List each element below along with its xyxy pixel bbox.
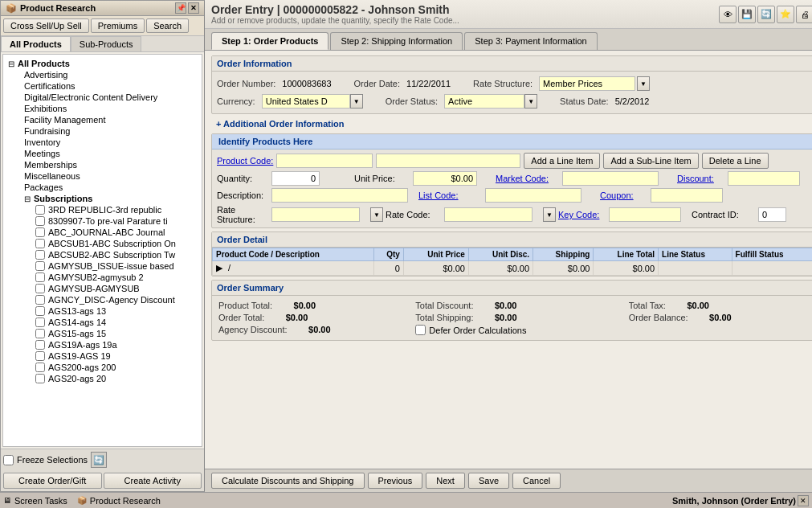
sub-checkbox-13[interactable]: [35, 351, 45, 361]
product-code-link[interactable]: Product Code:: [217, 156, 273, 166]
sub-item-13[interactable]: AGS19-AGS 19: [35, 350, 198, 362]
sub-item-7[interactable]: AGMYSUB-AGMYSUB: [35, 283, 198, 294]
sub-item-3[interactable]: ABCSUB1-ABC Subscription On: [35, 238, 198, 249]
contract-id-input[interactable]: [758, 207, 786, 222]
sub-item-1[interactable]: 8309907-To pre-val Parature ti: [35, 215, 198, 227]
tab-sub-products[interactable]: Sub-Products: [71, 36, 142, 51]
market-code-link[interactable]: Market Code:: [496, 174, 560, 183]
sub-item-14[interactable]: AGS200-ags 200: [35, 362, 198, 373]
tree-item-packages[interactable]: Packages: [22, 182, 198, 193]
sub-checkbox-10[interactable]: [35, 318, 45, 327]
tree-item-miscellaneous[interactable]: Miscellaneous: [22, 170, 198, 182]
sub-item-12[interactable]: AGS19A-ags 19a: [35, 339, 198, 350]
rate-code-dropdown[interactable]: ▼: [543, 207, 556, 222]
sub-item-4[interactable]: ABCSUB2-ABC Subscription Tw: [35, 249, 198, 260]
sub-checkbox-9[interactable]: [35, 306, 45, 316]
add-sub-line-item-button[interactable]: Add a Sub-Line Item: [603, 153, 698, 169]
list-code-link[interactable]: List Code:: [418, 190, 483, 200]
sub-item-8[interactable]: AGNCY_DISC-Agency Discount: [35, 294, 198, 305]
sub-checkbox-2[interactable]: [35, 227, 45, 237]
sub-item-5[interactable]: AGMYSUB_ISSUE-issue based: [35, 260, 198, 272]
status-close-icon[interactable]: ✕: [798, 495, 809, 506]
sub-checkbox-15[interactable]: [35, 374, 45, 383]
tree-root[interactable]: ⊟ All Products: [6, 58, 198, 69]
sub-checkbox-6[interactable]: [35, 272, 45, 282]
sub-item-15[interactable]: AGS20-ags 20: [35, 373, 198, 384]
sub-checkbox-7[interactable]: [35, 284, 45, 293]
discount-link[interactable]: Discount:: [677, 174, 725, 183]
product-code-input-2[interactable]: [376, 154, 520, 168]
search-button[interactable]: Search: [146, 18, 189, 33]
star-icon[interactable]: ⭐: [777, 6, 794, 23]
unit-price-input[interactable]: [413, 171, 477, 186]
tree-item-inventory[interactable]: Inventory: [22, 137, 198, 148]
delete-line-button[interactable]: Delete a Line: [702, 153, 769, 169]
tree-item-exhibitions[interactable]: Exhibitions: [22, 103, 198, 114]
coupon-link[interactable]: Coupon:: [600, 190, 648, 200]
sub-checkbox-11[interactable]: [35, 329, 45, 338]
sub-checkbox-14[interactable]: [35, 363, 45, 372]
sub-checkbox-4[interactable]: [35, 250, 45, 260]
tree-root-expand[interactable]: ⊟: [6, 59, 16, 68]
sub-item-0[interactable]: 3RD REPUBLIC-3rd republic: [35, 204, 198, 215]
sub-item-2[interactable]: ABC_JOURNAL-ABC Journal: [35, 227, 198, 238]
tree-subscriptions-parent[interactable]: ⊟ Subscriptions: [22, 193, 198, 204]
print-icon[interactable]: 🖨: [796, 6, 812, 23]
tree-item-facility[interactable]: Facility Management: [22, 114, 198, 125]
rate-structure-row-input[interactable]: [271, 207, 360, 222]
sub-checkbox-5[interactable]: [35, 261, 45, 271]
description-input[interactable]: [271, 188, 408, 203]
sub-checkbox-8[interactable]: [35, 295, 45, 305]
rate-structure-row-dropdown[interactable]: ▼: [370, 207, 383, 222]
tree-item-meetings[interactable]: Meetings: [22, 148, 198, 159]
pin-icon[interactable]: 📌: [175, 2, 186, 14]
tree-item-fundraising[interactable]: Fundraising: [22, 125, 198, 137]
sub-checkbox-12[interactable]: [35, 340, 45, 350]
add-line-item-button[interactable]: Add a Line Item: [524, 153, 600, 169]
next-button[interactable]: Next: [426, 473, 465, 489]
save-icon[interactable]: 💾: [738, 6, 756, 23]
rate-structure-input[interactable]: [539, 76, 635, 91]
create-order-gift-button[interactable]: Create Order/Gift: [3, 473, 102, 489]
step1-tab[interactable]: Step 1: Order Products: [211, 32, 328, 50]
sub-item-6[interactable]: AGMYSUB2-agmysub 2: [35, 272, 198, 283]
currency-input[interactable]: [262, 94, 350, 109]
product-code-input-1[interactable]: [276, 154, 373, 168]
freeze-checkbox[interactable]: [3, 455, 14, 465]
step2-tab[interactable]: Step 2: Shipping Information: [330, 32, 463, 50]
sub-item-10[interactable]: AGS14-ags 14: [35, 317, 198, 328]
eye-icon[interactable]: 👁: [719, 6, 737, 23]
list-code-input[interactable]: [485, 188, 581, 203]
tree-item-memberships[interactable]: Memberships: [22, 159, 198, 170]
refresh-icon[interactable]: 🔄: [91, 452, 107, 468]
tree-item-digital[interactable]: Digital/Electronic Content Delivery: [22, 92, 198, 103]
previous-button[interactable]: Previous: [368, 473, 423, 489]
discount-input[interactable]: [728, 171, 800, 186]
tab-all-products[interactable]: All Products: [1, 36, 71, 51]
sub-item-9[interactable]: AGS13-ags 13: [35, 305, 198, 317]
close-panel-icon[interactable]: ✕: [188, 2, 199, 14]
premiums-button[interactable]: Premiums: [91, 18, 145, 33]
calculate-discounts-button[interactable]: Calculate Discounts and Shipping: [211, 473, 365, 489]
cross-sell-button[interactable]: Cross Sell/Up Sell: [3, 18, 89, 33]
refresh-header-icon[interactable]: 🔄: [757, 6, 775, 23]
step3-tab[interactable]: Step 3: Payment Information: [464, 32, 597, 50]
row-arrow[interactable]: ▶: [216, 263, 222, 272]
sub-item-11[interactable]: AGS15-ags 15: [35, 328, 198, 339]
subscriptions-expand[interactable]: ⊟: [22, 195, 32, 203]
cancel-button[interactable]: Cancel: [512, 473, 561, 489]
screen-tasks-label[interactable]: Screen Tasks: [14, 496, 67, 506]
create-activity-button[interactable]: Create Activity: [104, 473, 202, 489]
rate-structure-dropdown-btn[interactable]: ▼: [637, 76, 650, 91]
order-status-input[interactable]: [444, 94, 524, 109]
sub-checkbox-3[interactable]: [35, 239, 45, 248]
coupon-input[interactable]: [651, 188, 723, 203]
save-button[interactable]: Save: [468, 473, 509, 489]
key-code-input[interactable]: [609, 207, 681, 222]
product-research-status-label[interactable]: Product Research: [90, 496, 161, 506]
defer-calculations-checkbox[interactable]: [415, 325, 426, 335]
sub-checkbox-1[interactable]: [35, 216, 45, 226]
currency-dropdown-btn[interactable]: ▼: [350, 94, 363, 109]
tree-item-advertising[interactable]: Advertising: [22, 69, 198, 80]
order-status-dropdown-btn[interactable]: ▼: [524, 94, 537, 109]
